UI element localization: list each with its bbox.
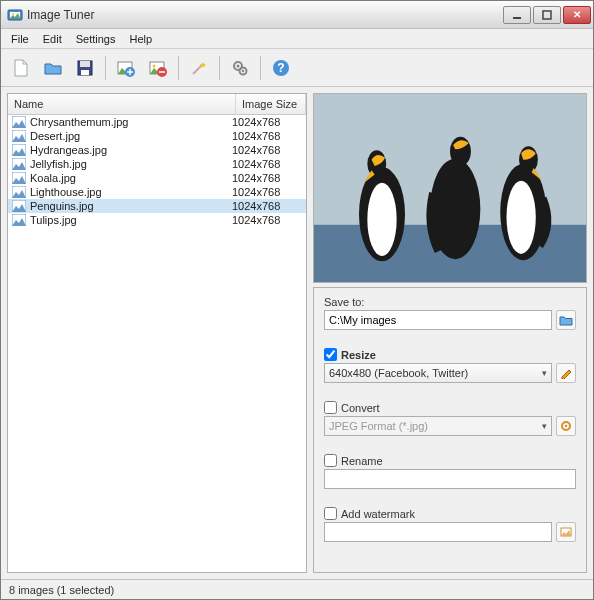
app-window: Image Tuner ✕ File Edit Settings Help ? — [0, 0, 594, 600]
file-name: Penguins.jpg — [30, 200, 232, 212]
svg-text:?: ? — [277, 61, 284, 75]
toolbar-separator — [178, 56, 179, 80]
svg-point-14 — [237, 64, 240, 67]
menu-settings[interactable]: Settings — [70, 31, 122, 47]
watermark-label: Add watermark — [341, 508, 415, 520]
column-size[interactable]: Image Size — [236, 94, 306, 114]
titlebar: Image Tuner ✕ — [1, 1, 593, 29]
svg-point-2 — [12, 13, 14, 15]
image-file-icon — [12, 158, 26, 170]
browse-folder-icon[interactable] — [556, 310, 576, 330]
watermark-checkbox-row[interactable]: Add watermark — [324, 507, 576, 520]
file-size: 1024x768 — [232, 172, 302, 184]
convert-settings-icon[interactable] — [556, 416, 576, 436]
content-area: Name Image Size Chrysanthemum.jpg1024x76… — [1, 87, 593, 579]
close-button[interactable]: ✕ — [563, 6, 591, 24]
image-file-icon — [12, 144, 26, 156]
list-row[interactable]: Jellyfish.jpg1024x768 — [8, 157, 306, 171]
minimize-button[interactable] — [503, 6, 531, 24]
app-icon — [7, 7, 23, 23]
list-row[interactable]: Hydrangeas.jpg1024x768 — [8, 143, 306, 157]
svg-rect-4 — [543, 11, 551, 19]
list-row[interactable]: Tulips.jpg1024x768 — [8, 213, 306, 227]
file-name: Jellyfish.jpg — [30, 158, 232, 170]
file-size: 1024x768 — [232, 158, 302, 170]
image-file-icon — [12, 172, 26, 184]
help-icon[interactable]: ? — [267, 54, 295, 82]
list-row[interactable]: Chrysanthemum.jpg1024x768 — [8, 115, 306, 129]
list-row[interactable]: Koala.jpg1024x768 — [8, 171, 306, 185]
svg-rect-7 — [81, 70, 89, 75]
file-name: Koala.jpg — [30, 172, 232, 184]
rename-checkbox-row[interactable]: Rename — [324, 454, 576, 467]
menu-file[interactable]: File — [5, 31, 35, 47]
image-file-icon — [12, 186, 26, 198]
image-file-icon — [12, 130, 26, 142]
svg-point-38 — [565, 425, 567, 427]
column-name[interactable]: Name — [8, 94, 236, 114]
gear-icon[interactable] — [226, 54, 254, 82]
svg-rect-3 — [513, 17, 521, 19]
file-name: Tulips.jpg — [30, 214, 232, 226]
list-row[interactable]: Penguins.jpg1024x768 — [8, 199, 306, 213]
toolbar: ? — [1, 49, 593, 87]
watermark-input[interactable] — [324, 522, 552, 542]
file-size: 1024x768 — [232, 200, 302, 212]
rename-input[interactable] — [324, 469, 576, 489]
file-size: 1024x768 — [232, 214, 302, 226]
file-size: 1024x768 — [232, 116, 302, 128]
convert-select: JPEG Format (*.jpg) — [324, 416, 552, 436]
svg-rect-6 — [80, 61, 90, 67]
menu-help[interactable]: Help — [123, 31, 158, 47]
status-text: 8 images (1 selected) — [9, 584, 114, 596]
save-icon[interactable] — [71, 54, 99, 82]
window-title: Image Tuner — [27, 8, 503, 22]
list-row[interactable]: Lighthouse.jpg1024x768 — [8, 185, 306, 199]
file-name: Desert.jpg — [30, 130, 232, 142]
right-panel: Save to: Resize 640x480 (Facebook, Twitt… — [313, 93, 587, 573]
save-to-label: Save to: — [324, 296, 576, 308]
options-panel: Save to: Resize 640x480 (Facebook, Twitt… — [313, 287, 587, 573]
remove-image-icon[interactable] — [144, 54, 172, 82]
resize-checkbox-row[interactable]: Resize — [324, 348, 576, 361]
file-name: Lighthouse.jpg — [30, 186, 232, 198]
list-header: Name Image Size — [8, 94, 306, 115]
svg-point-16 — [242, 69, 244, 71]
convert-checkbox-row[interactable]: Convert — [324, 401, 576, 414]
svg-point-35 — [506, 181, 535, 254]
new-file-icon[interactable] — [7, 54, 35, 82]
list-body[interactable]: Chrysanthemum.jpg1024x768Desert.jpg1024x… — [8, 115, 306, 572]
convert-checkbox[interactable] — [324, 401, 337, 414]
rename-checkbox[interactable] — [324, 454, 337, 467]
statusbar: 8 images (1 selected) — [1, 579, 593, 599]
wand-icon[interactable] — [185, 54, 213, 82]
menubar: File Edit Settings Help — [1, 29, 593, 49]
toolbar-separator — [260, 56, 261, 80]
convert-label: Convert — [341, 402, 380, 414]
resize-label: Resize — [341, 349, 376, 361]
image-file-icon — [12, 116, 26, 128]
file-name: Chrysanthemum.jpg — [30, 116, 232, 128]
add-image-icon[interactable] — [112, 54, 140, 82]
file-name: Hydrangeas.jpg — [30, 144, 232, 156]
resize-edit-icon[interactable] — [556, 363, 576, 383]
resize-checkbox[interactable] — [324, 348, 337, 361]
file-list-panel: Name Image Size Chrysanthemum.jpg1024x76… — [7, 93, 307, 573]
watermark-checkbox[interactable] — [324, 507, 337, 520]
rename-label: Rename — [341, 455, 383, 467]
image-preview — [313, 93, 587, 283]
image-file-icon — [12, 200, 26, 212]
menu-edit[interactable]: Edit — [37, 31, 68, 47]
file-size: 1024x768 — [232, 186, 302, 198]
save-to-input[interactable] — [324, 310, 552, 330]
watermark-browse-icon[interactable] — [556, 522, 576, 542]
svg-point-11 — [153, 64, 156, 67]
maximize-button[interactable] — [533, 6, 561, 24]
list-row[interactable]: Desert.jpg1024x768 — [8, 129, 306, 143]
toolbar-separator — [219, 56, 220, 80]
file-size: 1024x768 — [232, 144, 302, 156]
resize-select[interactable]: 640x480 (Facebook, Twitter) — [324, 363, 552, 383]
file-size: 1024x768 — [232, 130, 302, 142]
open-folder-icon[interactable] — [39, 54, 67, 82]
toolbar-separator — [105, 56, 106, 80]
